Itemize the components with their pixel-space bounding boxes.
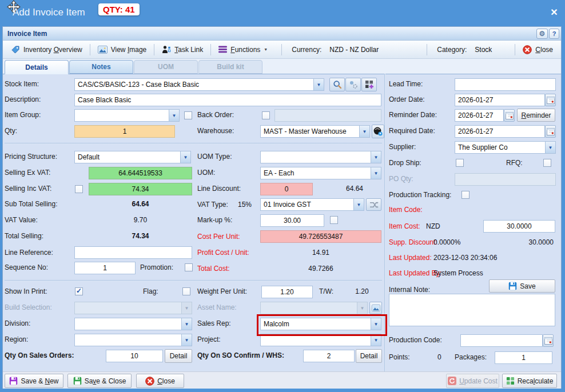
required-date-input[interactable]: 2026-01-27 (455, 125, 545, 138)
functions-menu-button[interactable]: Functions ▼ (215, 44, 271, 55)
total-selling-label: Total Selling: (5, 232, 43, 240)
back-order-checkbox[interactable] (262, 111, 270, 119)
currency-value: NZD - NZ Dollar (329, 46, 379, 54)
line-reference-input[interactable] (74, 246, 192, 259)
chevron-down-icon: ▼ (371, 167, 381, 179)
pricing-structure-combo[interactable]: Default▼ (74, 151, 191, 163)
toolbar-close-button[interactable]: Close (519, 43, 556, 56)
toolbar-close-label: Close (535, 46, 553, 54)
build-selection-combo: ▼ (74, 302, 192, 314)
close-circle-icon (523, 45, 532, 54)
save-and-new-button[interactable]: Save & New (5, 374, 63, 388)
stock-search-button[interactable] (329, 78, 345, 91)
tab-uom: UOM (134, 60, 198, 74)
reminder-date-input[interactable]: 2026-01-27 (455, 109, 504, 122)
order-date-input[interactable]: 2026-01-27 (455, 94, 545, 106)
close-circle-icon (145, 377, 154, 386)
tab-notes[interactable]: Notes (69, 60, 133, 74)
markup-label: Mark-up %: (197, 216, 232, 224)
qty-on-so-confirm-label: Qty On SO Confirm / WHS: (197, 351, 284, 359)
production-code-input[interactable] (460, 334, 543, 347)
selling-inc-vat-checkbox[interactable] (75, 185, 83, 193)
qty-on-sales-orders-label: Qty On Sales Orders: (5, 351, 74, 359)
rfq-label: RFQ: (506, 159, 523, 167)
warehouse-map-button[interactable] (372, 125, 384, 138)
cost-per-unit-input[interactable]: 49.726553487 (260, 230, 381, 243)
rfq-checkbox[interactable] (543, 159, 551, 167)
qty-input[interactable]: 1 (74, 125, 175, 138)
reminder-button[interactable]: Reminder (517, 109, 555, 122)
internal-note-label: Internal Note: (389, 286, 430, 294)
task-link-label: Task Link (174, 46, 203, 54)
production-tracking-checkbox[interactable] (461, 191, 469, 199)
production-code-label: Production Code: (389, 336, 442, 344)
line-discount-label: Line Discount: (197, 185, 241, 193)
qty-so-confirm-detail-button[interactable]: Detail (356, 349, 382, 363)
save-and-close-button[interactable]: Save & Close (67, 374, 132, 388)
chevron-down-icon: ▼ (371, 151, 381, 163)
line-discount-input[interactable]: 0 (260, 183, 313, 195)
region-combo[interactable]: ▼ (74, 334, 192, 346)
item-cost-input[interactable]: 30.0000 (483, 220, 555, 233)
chevron-down-icon: ▼ (169, 110, 179, 121)
drop-ship-checkbox[interactable] (456, 159, 464, 167)
lead-time-input[interactable] (455, 78, 556, 91)
recalculate-button[interactable]: Recalculate (502, 374, 557, 388)
task-link-button[interactable]: Task Link (158, 43, 206, 56)
category-value: Stock (475, 46, 492, 54)
selling-inc-vat-input[interactable]: 74.34 (89, 183, 192, 195)
reminder-date-calendar-button[interactable] (504, 109, 515, 122)
window-close-button[interactable]: ✕ (547, 5, 562, 19)
order-date-calendar-button[interactable] (545, 94, 556, 106)
markup-input[interactable]: 30.00 (260, 214, 324, 227)
description-input[interactable]: Case Black Basic (74, 94, 381, 106)
supp-discount-amount: 30.0000 (502, 238, 554, 246)
asset-image-button[interactable] (369, 302, 382, 314)
promotion-checkbox[interactable] (185, 263, 193, 271)
person-tasks-icon (162, 45, 171, 54)
internal-note-textarea[interactable] (389, 294, 555, 326)
stock-item-combo[interactable]: CAS/CS/BASIC-123 - Case Black Basic▼ (74, 78, 324, 91)
packages-input[interactable]: 1 (495, 351, 552, 364)
item-code-label: Item Code: (389, 206, 423, 214)
sequence-no-input[interactable]: 1 (74, 262, 136, 274)
show-in-print-checkbox[interactable] (75, 287, 83, 295)
panel-header: Invoice Item (3, 27, 561, 41)
uom-combo[interactable]: EA - Each▼ (260, 167, 381, 179)
qty-on-so-confirm-input[interactable]: 2 (303, 350, 355, 362)
stock-related-button[interactable] (345, 78, 361, 91)
warehouse-label: Warehouse: (197, 127, 234, 135)
warehouse-combo[interactable]: MAST - Master Warehouse▼ (260, 125, 370, 138)
selling-ex-vat-input[interactable]: 64.644519533 (89, 167, 192, 179)
qty-on-sales-orders-input[interactable]: 10 (106, 350, 163, 362)
production-code-calendar-button[interactable] (543, 334, 554, 347)
flag-checkbox[interactable] (182, 287, 190, 295)
inventory-overview-button[interactable]: Inventory Overview (7, 43, 86, 56)
uom-type-combo[interactable]: ▼ (260, 151, 381, 163)
weight-per-unit-input[interactable]: 1.20 (261, 286, 313, 298)
help-button[interactable]: ? (549, 29, 559, 39)
chevron-down-icon: ▼ (181, 334, 192, 346)
stock-add-button[interactable] (361, 78, 377, 91)
close-button[interactable]: Close (136, 374, 184, 388)
supplier-combo[interactable]: The Supplier Co▼ (455, 141, 556, 154)
vat-type-combo[interactable]: 01 Invoice GST▼ (260, 198, 364, 211)
division-combo[interactable]: ▼ (74, 318, 192, 330)
item-group-combo[interactable]: ▼ (74, 109, 180, 122)
markup-checkbox[interactable] (330, 216, 338, 224)
internal-note-save-button[interactable]: Save (489, 279, 555, 293)
toolbar-separator (427, 44, 427, 55)
description-label: Description: (5, 95, 41, 103)
tab-details[interactable]: Details (5, 60, 69, 74)
settings-button[interactable]: ⚙ (536, 29, 548, 39)
chevron-down-icon: ▼ (313, 79, 324, 90)
view-image-button[interactable]: View Image (94, 44, 150, 55)
qty-so-detail-button[interactable]: Detail (165, 349, 192, 363)
asset-name-label: Asset Name: (197, 303, 237, 311)
item-group-checkbox[interactable] (184, 111, 192, 119)
save-and-close-label: Save & Close (85, 377, 126, 385)
points-value: 0 (437, 353, 441, 361)
vat-swap-button[interactable] (366, 198, 381, 211)
category-label: Category: (437, 46, 467, 54)
required-date-calendar-button[interactable] (545, 125, 556, 138)
